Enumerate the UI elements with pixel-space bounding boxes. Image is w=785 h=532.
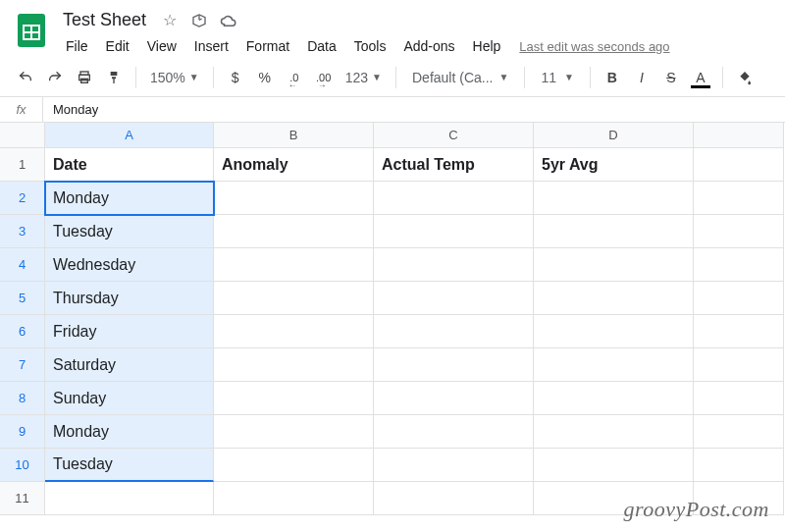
cell-a8[interactable]: Sunday [45,382,214,415]
format-currency-button[interactable]: $ [222,64,249,91]
italic-button[interactable]: I [628,64,655,91]
cell-a5[interactable]: Thursday [45,282,214,315]
redo-button[interactable] [41,64,69,91]
column-header-b[interactable]: B [214,123,374,148]
increase-decimal-button[interactable]: .00→ [310,64,338,91]
text-color-button[interactable]: A [687,64,714,91]
cell-a11[interactable] [45,482,214,515]
cell-c3[interactable] [374,215,534,248]
cell-e4[interactable] [694,248,784,282]
undo-button[interactable] [12,64,39,91]
paint-format-button[interactable] [100,64,128,91]
cell-c8[interactable] [374,382,534,415]
font-family-select[interactable]: Default (Ca...▼ [404,70,516,85]
cell-c1[interactable]: Actual Temp [374,148,534,182]
cell-c9[interactable] [374,415,534,449]
decrease-decimal-button[interactable]: .0← [281,64,308,91]
menu-data[interactable]: Data [300,34,343,58]
cell-a6[interactable]: Friday [45,315,214,348]
column-header-a[interactable]: A [45,123,214,148]
cell-d5[interactable] [534,282,694,315]
print-button[interactable] [71,64,98,91]
cell-d1[interactable]: 5yr Avg [534,148,694,182]
cell-a2[interactable]: Monday [45,182,214,215]
cell-d2[interactable] [534,182,694,215]
row-header-1[interactable]: 1 [0,148,45,182]
cell-b2[interactable] [214,182,374,215]
more-formats-button[interactable]: 123▼ [340,70,388,85]
font-size-select[interactable]: 11▼ [533,70,581,85]
format-percent-button[interactable]: % [251,64,279,91]
cell-e8[interactable] [694,382,784,415]
cell-b11[interactable] [214,482,374,515]
menu-format[interactable]: Format [239,34,296,58]
row-header-11[interactable]: 11 [0,482,45,515]
menu-view[interactable]: View [140,34,183,58]
row-header-3[interactable]: 3 [0,215,45,248]
cell-a7[interactable]: Saturday [45,348,214,382]
cell-c6[interactable] [374,315,534,348]
column-header-d[interactable]: D [534,123,694,148]
menu-file[interactable]: File [59,34,95,58]
row-header-4[interactable]: 4 [0,248,45,282]
menu-help[interactable]: Help [466,34,508,58]
cell-d6[interactable] [534,315,694,348]
fill-color-button[interactable] [731,64,759,91]
cell-c2[interactable] [374,182,534,215]
select-all-corner[interactable] [0,123,45,148]
cell-d8[interactable] [534,382,694,415]
row-header-8[interactable]: 8 [0,382,45,415]
cell-c11[interactable] [374,482,534,515]
cell-e2[interactable] [694,182,784,215]
cell-c4[interactable] [374,248,534,282]
cell-a9[interactable]: Monday [45,415,214,449]
cell-d3[interactable] [534,215,694,248]
row-header-6[interactable]: 6 [0,315,45,348]
cell-a3[interactable]: Tuesday [45,215,214,248]
star-icon[interactable]: ☆ [160,11,180,30]
cell-c7[interactable] [374,348,534,382]
cell-b9[interactable] [214,415,374,449]
row-header-5[interactable]: 5 [0,282,45,315]
menu-insert[interactable]: Insert [187,34,236,58]
cell-a1[interactable]: Date [45,148,214,182]
cell-b3[interactable] [214,215,374,248]
cloud-status-icon[interactable] [219,11,238,30]
cell-e1[interactable] [694,148,784,182]
cell-b1[interactable]: Anomaly [214,148,374,182]
cell-e9[interactable] [694,415,784,449]
cell-b5[interactable] [214,282,374,315]
cell-e3[interactable] [694,215,784,248]
formula-input[interactable]: Monday [43,102,98,117]
strikethrough-button[interactable]: S [657,64,685,91]
cell-e7[interactable] [694,348,784,382]
column-header-c[interactable]: C [374,123,534,148]
last-edit-link[interactable]: Last edit was seconds ago [519,39,669,54]
cell-d4[interactable] [534,248,694,282]
row-header-10[interactable]: 10 [0,449,45,482]
document-title[interactable]: Test Sheet [59,8,150,32]
cell-b4[interactable] [214,248,374,282]
zoom-select[interactable]: 150%▼ [144,70,205,85]
menu-addons[interactable]: Add-ons [396,34,461,58]
cell-e5[interactable] [694,282,784,315]
cell-d7[interactable] [534,348,694,382]
cell-b8[interactable] [214,382,374,415]
cell-b10[interactable] [214,449,374,482]
cell-a10[interactable]: Tuesday [45,449,214,482]
row-header-9[interactable]: 9 [0,415,45,449]
cell-c10[interactable] [374,449,534,482]
column-header-e[interactable] [694,123,784,148]
menu-tools[interactable]: Tools [347,34,393,58]
cell-b7[interactable] [214,348,374,382]
cell-e10[interactable] [694,449,784,482]
cell-c5[interactable] [374,282,534,315]
cell-b6[interactable] [214,315,374,348]
row-header-2[interactable]: 2 [0,182,45,215]
menu-edit[interactable]: Edit [99,34,136,58]
cell-d10[interactable] [534,449,694,482]
bold-button[interactable]: B [599,64,626,91]
row-header-7[interactable]: 7 [0,348,45,382]
cell-a4[interactable]: Wednesday [45,248,214,282]
move-icon[interactable] [189,11,209,30]
